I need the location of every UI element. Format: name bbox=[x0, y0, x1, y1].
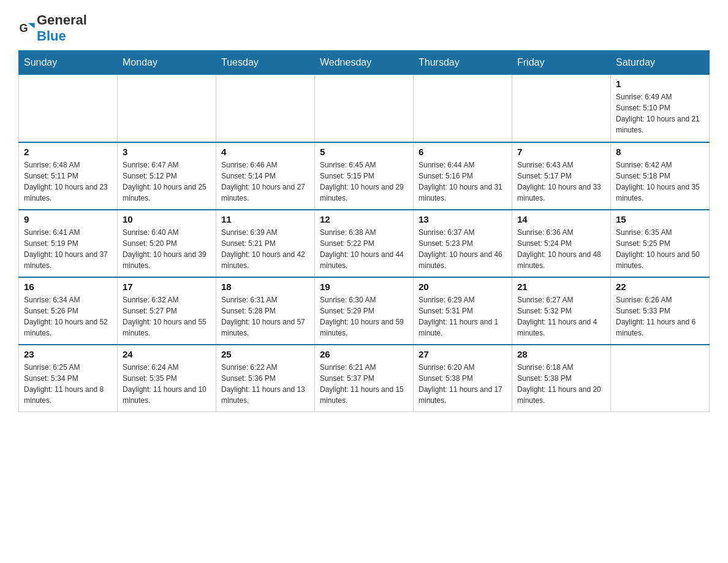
logo-blue-text: Blue bbox=[37, 28, 66, 44]
day-info: Sunrise: 6:34 AMSunset: 5:26 PMDaylight:… bbox=[24, 294, 112, 339]
day-info: Sunrise: 6:27 AMSunset: 5:32 PMDaylight:… bbox=[517, 294, 605, 339]
calendar-cell: 20Sunrise: 6:29 AMSunset: 5:31 PMDayligh… bbox=[414, 277, 512, 345]
calendar-cell: 22Sunrise: 6:26 AMSunset: 5:33 PMDayligh… bbox=[611, 277, 710, 345]
day-number: 24 bbox=[123, 349, 211, 359]
day-info: Sunrise: 6:29 AMSunset: 5:31 PMDaylight:… bbox=[419, 294, 507, 339]
col-header-thursday: Thursday bbox=[414, 51, 512, 75]
day-number: 9 bbox=[24, 214, 112, 224]
calendar-cell: 26Sunrise: 6:21 AMSunset: 5:37 PMDayligh… bbox=[315, 345, 414, 412]
calendar-cell: 6Sunrise: 6:44 AMSunset: 5:16 PMDaylight… bbox=[414, 142, 512, 210]
day-info: Sunrise: 6:40 AMSunset: 5:20 PMDaylight:… bbox=[123, 227, 211, 271]
day-info: Sunrise: 6:47 AMSunset: 5:12 PMDaylight:… bbox=[123, 159, 211, 204]
day-number: 11 bbox=[221, 214, 309, 224]
day-info: Sunrise: 6:39 AMSunset: 5:21 PMDaylight:… bbox=[221, 227, 309, 271]
day-info: Sunrise: 6:20 AMSunset: 5:38 PMDaylight:… bbox=[419, 362, 507, 406]
page-header: G General Blue bbox=[18, 12, 710, 44]
calendar-cell: 3Sunrise: 6:47 AMSunset: 5:12 PMDaylight… bbox=[118, 142, 216, 210]
calendar-cell: 21Sunrise: 6:27 AMSunset: 5:32 PMDayligh… bbox=[512, 277, 611, 345]
day-number: 18 bbox=[221, 282, 309, 292]
calendar-cell bbox=[19, 75, 118, 142]
day-info: Sunrise: 6:18 AMSunset: 5:38 PMDaylight:… bbox=[517, 362, 605, 406]
day-number: 28 bbox=[517, 349, 605, 359]
day-number: 25 bbox=[221, 349, 309, 359]
calendar-cell bbox=[118, 75, 216, 142]
svg-text:G: G bbox=[19, 22, 28, 34]
calendar-header-row: SundayMondayTuesdayWednesdayThursdayFrid… bbox=[19, 51, 710, 75]
day-info: Sunrise: 6:30 AMSunset: 5:29 PMDaylight:… bbox=[320, 294, 408, 339]
day-info: Sunrise: 6:37 AMSunset: 5:23 PMDaylight:… bbox=[419, 227, 507, 271]
calendar-week-row: 1Sunrise: 6:49 AMSunset: 5:10 PMDaylight… bbox=[19, 75, 710, 142]
day-number: 4 bbox=[221, 147, 309, 157]
calendar-cell: 2Sunrise: 6:48 AMSunset: 5:11 PMDaylight… bbox=[19, 142, 118, 210]
calendar-cell: 24Sunrise: 6:24 AMSunset: 5:35 PMDayligh… bbox=[118, 345, 216, 412]
day-info: Sunrise: 6:25 AMSunset: 5:34 PMDaylight:… bbox=[24, 362, 112, 406]
day-number: 16 bbox=[24, 282, 112, 292]
day-info: Sunrise: 6:21 AMSunset: 5:37 PMDaylight:… bbox=[320, 362, 408, 406]
day-number: 7 bbox=[517, 147, 605, 157]
logo: G General Blue bbox=[18, 12, 87, 44]
calendar-cell: 1Sunrise: 6:49 AMSunset: 5:10 PMDaylight… bbox=[611, 75, 710, 142]
day-number: 3 bbox=[123, 147, 211, 157]
logo-icon: G bbox=[18, 20, 36, 37]
logo-general-text: General bbox=[37, 12, 87, 28]
calendar-cell bbox=[512, 75, 611, 142]
day-info: Sunrise: 6:31 AMSunset: 5:28 PMDaylight:… bbox=[221, 294, 309, 339]
col-header-sunday: Sunday bbox=[19, 51, 118, 75]
svg-marker-1 bbox=[28, 23, 34, 28]
day-number: 20 bbox=[419, 282, 507, 292]
day-number: 12 bbox=[320, 214, 408, 224]
day-number: 21 bbox=[517, 282, 605, 292]
calendar-cell: 7Sunrise: 6:43 AMSunset: 5:17 PMDaylight… bbox=[512, 142, 611, 210]
day-number: 10 bbox=[123, 214, 211, 224]
calendar-cell bbox=[216, 75, 315, 142]
calendar-cell: 19Sunrise: 6:30 AMSunset: 5:29 PMDayligh… bbox=[315, 277, 414, 345]
col-header-monday: Monday bbox=[118, 51, 216, 75]
day-number: 8 bbox=[616, 147, 704, 157]
day-number: 19 bbox=[320, 282, 408, 292]
calendar-cell: 23Sunrise: 6:25 AMSunset: 5:34 PMDayligh… bbox=[19, 345, 118, 412]
day-number: 14 bbox=[517, 214, 605, 224]
col-header-saturday: Saturday bbox=[611, 51, 710, 75]
calendar-cell: 5Sunrise: 6:45 AMSunset: 5:15 PMDaylight… bbox=[315, 142, 414, 210]
calendar-week-row: 9Sunrise: 6:41 AMSunset: 5:19 PMDaylight… bbox=[19, 210, 710, 277]
day-info: Sunrise: 6:44 AMSunset: 5:16 PMDaylight:… bbox=[419, 159, 507, 204]
day-number: 6 bbox=[419, 147, 507, 157]
day-number: 27 bbox=[419, 349, 507, 359]
calendar-cell bbox=[611, 345, 710, 412]
day-number: 26 bbox=[320, 349, 408, 359]
calendar-week-row: 2Sunrise: 6:48 AMSunset: 5:11 PMDaylight… bbox=[19, 142, 710, 210]
calendar-cell bbox=[414, 75, 512, 142]
calendar-table: SundayMondayTuesdayWednesdayThursdayFrid… bbox=[18, 50, 710, 412]
day-number: 2 bbox=[24, 147, 112, 157]
calendar-cell: 15Sunrise: 6:35 AMSunset: 5:25 PMDayligh… bbox=[611, 210, 710, 277]
col-header-tuesday: Tuesday bbox=[216, 51, 315, 75]
calendar-cell: 17Sunrise: 6:32 AMSunset: 5:27 PMDayligh… bbox=[118, 277, 216, 345]
calendar-cell: 9Sunrise: 6:41 AMSunset: 5:19 PMDaylight… bbox=[19, 210, 118, 277]
col-header-friday: Friday bbox=[512, 51, 611, 75]
day-info: Sunrise: 6:48 AMSunset: 5:11 PMDaylight:… bbox=[24, 159, 112, 204]
calendar-cell bbox=[315, 75, 414, 142]
day-number: 1 bbox=[616, 79, 704, 89]
col-header-wednesday: Wednesday bbox=[315, 51, 414, 75]
day-info: Sunrise: 6:35 AMSunset: 5:25 PMDaylight:… bbox=[616, 227, 704, 271]
calendar-week-row: 16Sunrise: 6:34 AMSunset: 5:26 PMDayligh… bbox=[19, 277, 710, 345]
calendar-cell: 27Sunrise: 6:20 AMSunset: 5:38 PMDayligh… bbox=[414, 345, 512, 412]
day-info: Sunrise: 6:22 AMSunset: 5:36 PMDaylight:… bbox=[221, 362, 309, 406]
day-info: Sunrise: 6:24 AMSunset: 5:35 PMDaylight:… bbox=[123, 362, 211, 406]
day-number: 22 bbox=[616, 282, 704, 292]
day-info: Sunrise: 6:42 AMSunset: 5:18 PMDaylight:… bbox=[616, 159, 704, 204]
calendar-cell: 13Sunrise: 6:37 AMSunset: 5:23 PMDayligh… bbox=[414, 210, 512, 277]
day-info: Sunrise: 6:38 AMSunset: 5:22 PMDaylight:… bbox=[320, 227, 408, 271]
day-info: Sunrise: 6:43 AMSunset: 5:17 PMDaylight:… bbox=[517, 159, 605, 204]
day-info: Sunrise: 6:41 AMSunset: 5:19 PMDaylight:… bbox=[24, 227, 112, 271]
calendar-cell: 4Sunrise: 6:46 AMSunset: 5:14 PMDaylight… bbox=[216, 142, 315, 210]
calendar-cell: 10Sunrise: 6:40 AMSunset: 5:20 PMDayligh… bbox=[118, 210, 216, 277]
calendar-cell: 25Sunrise: 6:22 AMSunset: 5:36 PMDayligh… bbox=[216, 345, 315, 412]
day-info: Sunrise: 6:49 AMSunset: 5:10 PMDaylight:… bbox=[616, 91, 704, 136]
day-info: Sunrise: 6:45 AMSunset: 5:15 PMDaylight:… bbox=[320, 159, 408, 204]
day-info: Sunrise: 6:46 AMSunset: 5:14 PMDaylight:… bbox=[221, 159, 309, 204]
day-number: 17 bbox=[123, 282, 211, 292]
calendar-cell: 18Sunrise: 6:31 AMSunset: 5:28 PMDayligh… bbox=[216, 277, 315, 345]
calendar-week-row: 23Sunrise: 6:25 AMSunset: 5:34 PMDayligh… bbox=[19, 345, 710, 412]
day-number: 5 bbox=[320, 147, 408, 157]
